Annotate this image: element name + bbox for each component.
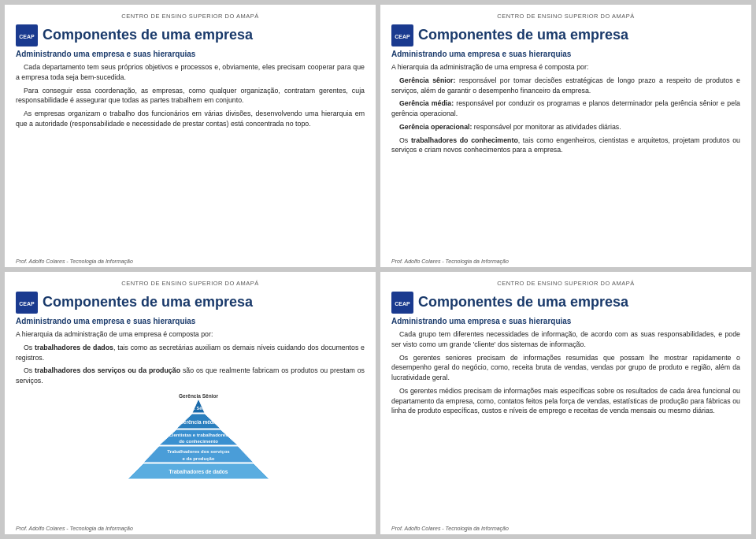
card-2-body: A hierarquia da administração de uma emp… — [391, 62, 740, 155]
card-1-para-1: Cada departamento tem seus próprios obje… — [16, 62, 365, 83]
card-3-para-1: Os trabalhadores de dados, tais como as … — [16, 343, 365, 363]
card-2: CENTRO DE ENSINO SUPERIOR DO AMAPÁ CEAP … — [380, 5, 751, 267]
card-3-subtitle: Administrando uma empresa e suas hierarq… — [16, 317, 365, 325]
card-4-header: CENTRO DE ENSINO SUPERIOR DO AMAPÁ — [391, 280, 740, 287]
card-2-logo-area: CEAP Componentes de uma empresa — [391, 24, 740, 46]
ceap-logo-3: CEAP — [16, 292, 38, 314]
card-4-title: Componentes de uma empresa — [418, 295, 628, 310]
card-4-para-2: Os gerentes seniores precisam de informa… — [391, 353, 740, 383]
card-4-footer: Prof. Adolfo Colares - Tecnologia da Inf… — [391, 526, 509, 531]
card-3-footer: Prof. Adolfo Colares - Tecnologia da Inf… — [16, 526, 133, 531]
pyramid-diagram: Trabalhadores de dados Trabalhadores dos… — [120, 392, 261, 479]
card-2-para-2: Gerência média: responsável por conduzir… — [391, 99, 740, 119]
card-3-body: A hierarquia da administração de uma emp… — [16, 329, 365, 386]
ceap-logo-2: CEAP — [391, 24, 413, 46]
svg-text:Gerência média: Gerência média — [179, 419, 217, 425]
svg-text:do conhecimento: do conhecimento — [179, 439, 218, 444]
card-2-para-3: Gerência operacional: responsável por mo… — [391, 122, 740, 132]
card-2-subtitle: Administrando uma empresa e suas hierarq… — [391, 50, 740, 58]
svg-text:CEAP: CEAP — [19, 301, 35, 307]
card-4-subtitle: Administrando uma empresa e suas hierarq… — [391, 317, 740, 325]
card-1-footer: Prof. Adolfo Colares - Tecnologia da Inf… — [16, 258, 133, 264]
svg-text:CEAP: CEAP — [19, 34, 35, 39]
card-2-header: CENTRO DE ENSINO SUPERIOR DO AMAPÁ — [391, 13, 740, 20]
ceap-logo-4: CEAP — [391, 292, 413, 314]
svg-text:Trabalhadores dos serviços: Trabalhadores dos serviços — [167, 449, 230, 454]
card-4-para-1: Cada grupo tem diferentes necessidades d… — [391, 329, 740, 350]
pyramid-container: Trabalhadores de dados Trabalhadores dos… — [16, 392, 365, 479]
card-2-para-4: Os trabalhadores do conhecimento, tais c… — [391, 136, 740, 156]
card-4-body: Cada grupo tem diferentes necessidades d… — [391, 329, 740, 416]
card-3-title: Componentes de uma empresa — [43, 295, 253, 310]
card-3-para-2: Os trabalhadores dos serviços ou da prod… — [16, 366, 365, 386]
card-1-body: Cada departamento tem seus próprios obje… — [16, 62, 365, 129]
card-2-intro-text: A hierarquia da administração de uma emp… — [391, 63, 588, 71]
svg-text:Cientistas e trabalhadores: Cientistas e trabalhadores — [169, 433, 228, 437]
svg-text:CEAP: CEAP — [395, 301, 410, 307]
card-1-para-2: Para conseguir essa coordenação, as empr… — [16, 86, 365, 106]
card-3-header: CENTRO DE ENSINO SUPERIOR DO AMAPÁ — [16, 280, 365, 287]
card-2-intro: A hierarquia da administração de uma emp… — [391, 62, 740, 72]
svg-text:Ger. Sênior: Ger. Sênior — [187, 406, 210, 411]
card-1-logo-area: CEAP Componentes de uma empresa — [16, 24, 365, 46]
svg-text:Gerência Sênior: Gerência Sênior — [179, 393, 218, 399]
ceap-logo-1: CEAP — [16, 24, 38, 46]
svg-text:CEAP: CEAP — [395, 34, 410, 39]
card-4-logo-area: CEAP Componentes de uma empresa — [391, 292, 740, 314]
card-1-header: CENTRO DE ENSINO SUPERIOR DO AMAPÁ — [16, 13, 365, 20]
card-1-title: Componentes de uma empresa — [43, 28, 253, 43]
card-3: CENTRO DE ENSINO SUPERIOR DO AMAPÁ CEAP … — [5, 272, 376, 534]
card-1-para-3: As empresas organizam o trabalho dos fun… — [16, 109, 365, 129]
card-1-subtitle: Administrando uma empresa e suas hierarq… — [16, 50, 365, 58]
card-4-para-3: Os gerentes médios precisam de informaçõ… — [391, 386, 740, 416]
card-3-logo-area: CEAP Componentes de uma empresa — [16, 292, 365, 314]
pyramid-svg: Trabalhadores de dados Trabalhadores dos… — [120, 392, 277, 483]
card-2-footer: Prof. Adolfo Colares - Tecnologia da Inf… — [391, 258, 509, 264]
card-3-intro: A hierarquia da administração de uma emp… — [16, 329, 365, 340]
svg-text:Trabalhadores de dados: Trabalhadores de dados — [169, 469, 228, 474]
card-2-para-1: Gerência sênior: responsável por tomar d… — [391, 76, 740, 96]
svg-text:e da produção: e da produção — [182, 456, 214, 461]
card-1: CENTRO DE ENSINO SUPERIOR DO AMAPÁ CEAP … — [5, 5, 376, 267]
card-2-title: Componentes de uma empresa — [418, 28, 628, 43]
card-4: CENTRO DE ENSINO SUPERIOR DO AMAPÁ CEAP … — [380, 272, 751, 534]
